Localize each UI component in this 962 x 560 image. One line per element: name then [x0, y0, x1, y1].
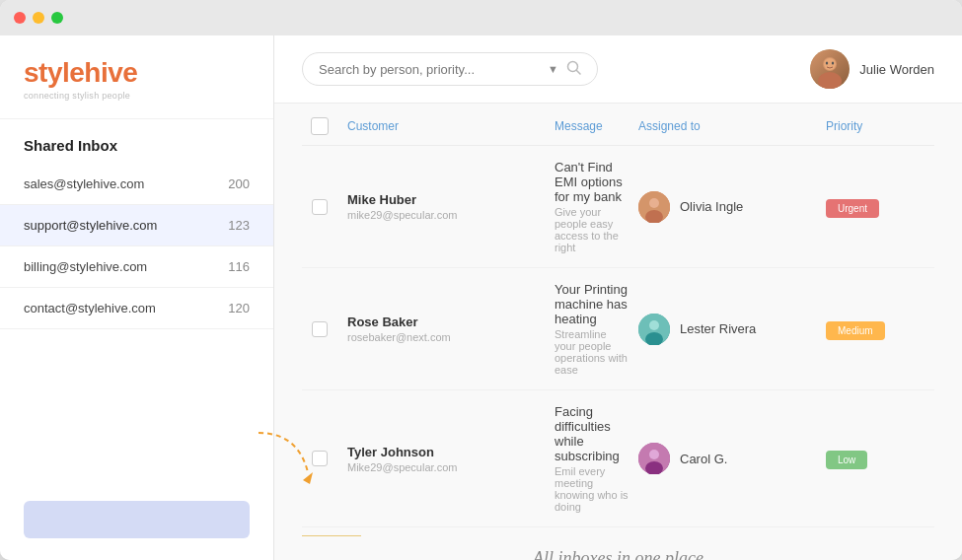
th-assigned: Assigned to [638, 119, 816, 133]
dot-red[interactable] [14, 12, 26, 24]
customer-cell-1: Mike Huber mike29@specular.com [347, 192, 545, 221]
message-title-3: Facing difficulties while subscribing [555, 404, 629, 463]
th-priority: Priority [826, 119, 934, 133]
inbox-item-sales[interactable]: sales@stylehive.com 200 [0, 164, 273, 205]
row-checkbox-1[interactable] [312, 199, 328, 215]
message-title-1: Can't Find EMI options for my bank [555, 160, 629, 204]
table-area: Customer Message Assigned to Priority Mi… [274, 104, 962, 560]
svg-point-9 [649, 198, 659, 208]
browser-window: stylehive connecting stylish people Shar… [0, 0, 962, 560]
customer-email-2: rosebaker@next.com [347, 331, 545, 343]
customer-email-1: mike29@specular.com [347, 209, 545, 221]
priority-cell-2: Medium [826, 320, 934, 338]
inbox-count-support: 123 [228, 218, 250, 233]
logo-brand: stylehive [24, 57, 250, 89]
inbox-item-support[interactable]: support@stylehive.com 123 [0, 205, 273, 246]
svg-point-4 [818, 72, 842, 89]
annotation-text: All inboxes in one place [302, 536, 934, 560]
svg-point-12 [649, 320, 659, 330]
assigned-cell-3: Carol G. [638, 443, 816, 474]
filter-icon[interactable]: ▼ [548, 63, 558, 75]
user-profile: Julie Worden [810, 49, 934, 89]
svg-point-6 [826, 62, 828, 65]
row-checkbox-cell-2 [302, 321, 337, 337]
message-preview-2: Streamline your people operations with e… [555, 328, 629, 376]
th-message: Message [555, 119, 629, 133]
svg-point-15 [649, 450, 659, 459]
message-preview-1: Give your people easy access to the righ… [555, 206, 629, 253]
message-cell-3: Facing difficulties while subscribing Em… [555, 404, 629, 513]
table-row[interactable]: Tyler Johnson Mike29@specular.com Facing… [302, 390, 934, 527]
inbox-count-sales: 200 [228, 176, 250, 191]
priority-cell-3: Low [826, 450, 934, 467]
row-checkbox-3[interactable] [312, 451, 328, 466]
priority-cell-1: Urgent [826, 198, 934, 216]
inbox-email-billing: billing@stylehive.com [24, 259, 147, 274]
row-checkbox-cell-1 [302, 199, 337, 215]
message-title-2: Your Printing machine has heating [555, 282, 629, 326]
message-cell-1: Can't Find EMI options for my bank Give … [555, 160, 629, 253]
shared-inbox-title: Shared Inbox [0, 119, 273, 164]
customer-cell-3: Tyler Johnson Mike29@specular.com [347, 445, 545, 473]
svg-point-7 [832, 62, 834, 65]
priority-badge-2: Medium [826, 321, 885, 340]
inbox-email-contact: contact@stylehive.com [24, 301, 156, 315]
sidebar-bottom [0, 483, 273, 560]
assigned-name-3: Carol G. [680, 452, 727, 466]
inbox-item-contact[interactable]: contact@stylehive.com 120 [0, 288, 273, 329]
header-checkbox-cell [302, 117, 337, 135]
user-name: Julie Worden [859, 62, 934, 77]
avatar [810, 49, 850, 89]
dot-green[interactable] [51, 12, 63, 24]
assigned-name-2: Lester Rivera [680, 321, 756, 336]
inbox-email-support: support@stylehive.com [24, 218, 157, 233]
customer-email-3: Mike29@specular.com [347, 461, 545, 473]
search-icon[interactable] [566, 60, 581, 78]
assigned-avatar-2 [638, 314, 670, 345]
svg-line-2 [577, 71, 581, 75]
customer-cell-2: Rose Baker rosebaker@next.com [347, 315, 545, 343]
sidebar: stylehive connecting stylish people Shar… [0, 35, 274, 560]
dot-yellow[interactable] [33, 12, 44, 24]
row-checkbox-2[interactable] [312, 321, 328, 337]
assigned-avatar-1 [638, 191, 670, 223]
inbox-item-billing[interactable]: billing@stylehive.com 116 [0, 246, 273, 288]
main-content: ▼ [274, 35, 962, 560]
sidebar-logo: stylehive connecting stylish people [0, 35, 273, 119]
customer-name-3: Tyler Johnson [347, 445, 545, 459]
customer-name-2: Rose Baker [347, 315, 545, 329]
sidebar-cta-button[interactable] [24, 501, 250, 538]
search-bar[interactable]: ▼ [302, 52, 598, 86]
table-row[interactable]: Rose Baker rosebaker@next.com Your Print… [302, 268, 934, 390]
avatar-image [810, 49, 850, 89]
assigned-avatar-3 [638, 443, 670, 474]
topbar: ▼ [274, 35, 962, 104]
th-customer: Customer [347, 119, 545, 133]
logo-tagline: connecting stylish people [24, 91, 250, 101]
customer-name-1: Mike Huber [347, 192, 545, 207]
inbox-email-sales: sales@stylehive.com [24, 176, 144, 191]
inbox-count-contact: 120 [228, 301, 250, 315]
assigned-name-1: Olivia Ingle [680, 199, 743, 214]
message-cell-2: Your Printing machine has heating Stream… [555, 282, 629, 376]
search-input[interactable] [319, 62, 540, 77]
table-header: Customer Message Assigned to Priority [302, 104, 934, 146]
inbox-count-billing: 116 [228, 259, 250, 274]
priority-badge-3: Low [826, 451, 867, 469]
priority-badge-1: Urgent [826, 199, 879, 218]
header-checkbox[interactable] [311, 117, 329, 135]
assigned-cell-1: Olivia Ingle [638, 191, 816, 223]
assigned-cell-2: Lester Rivera [638, 314, 816, 345]
row-checkbox-cell-3 [302, 451, 337, 466]
message-preview-3: Emil every meeting knowing who is doing [555, 465, 629, 513]
browser-bar [0, 0, 962, 35]
app-container: stylehive connecting stylish people Shar… [0, 35, 962, 560]
table-row[interactable]: Mike Huber mike29@specular.com Can't Fin… [302, 146, 934, 268]
